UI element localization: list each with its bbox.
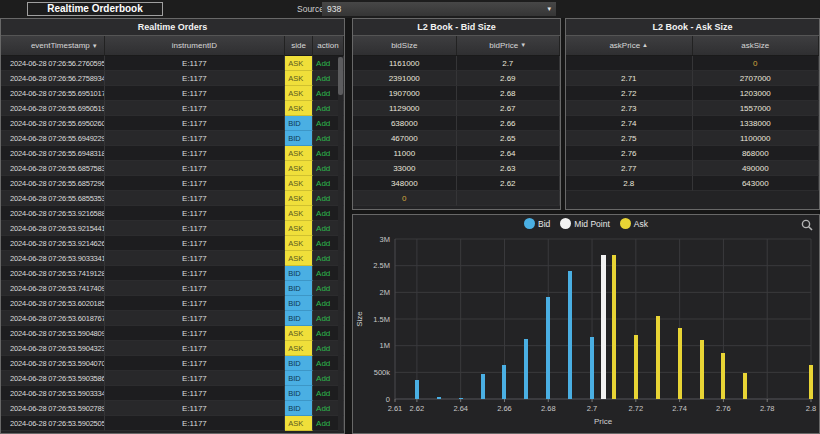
table-row[interactable]: 2.76868000 (566, 146, 819, 161)
column-header-side[interactable]: side (285, 36, 313, 56)
table-row[interactable]: 2024-06-28 07:26:53.921462647E:1177ASKAd… (1, 236, 344, 251)
table-row[interactable]: 2024-06-28 07:26:55.694831829E:1177ASKAd… (1, 146, 344, 161)
table-row[interactable]: 2024-06-28 07:26:53.601876758E:1177BIDAd… (1, 311, 344, 326)
event-timestamp-cell: 2024-06-28 07:26:53.741912851 (1, 266, 105, 281)
bid-bidPrice-cell: 2.62 (457, 176, 561, 191)
table-row[interactable]: 2024-06-28 07:26:55.694922929E:1177BIDAd… (1, 131, 344, 146)
table-row[interactable]: 2024-06-28 07:26:53.590407073E:1177BIDAd… (1, 356, 344, 371)
bid-bar (524, 339, 528, 399)
instrument-id-cell: E:1177 (105, 341, 285, 356)
table-row[interactable]: 2.731557000 (566, 101, 819, 116)
table-row[interactable]: 2024-06-28 07:26:55.685729621E:1177ASKAd… (1, 176, 344, 191)
column-header-bidPrice[interactable]: bidPrice▼ (457, 36, 561, 55)
table-row[interactable]: 2024-06-28 07:26:55.695051927E:1177ASKAd… (1, 101, 344, 116)
column-header-label: eventTimestamp (31, 36, 90, 56)
side-cell: BID (285, 311, 313, 326)
table-row[interactable]: 2024-06-28 07:26:53.602018557E:1177BIDAd… (1, 296, 344, 311)
bid-panel-title: L2 Book - Bid Size (353, 19, 560, 36)
bid-bidSize-cell: 638000 (353, 116, 457, 131)
table-row[interactable]: 6380002.66 (353, 116, 560, 131)
table-row[interactable]: 4670002.65 (353, 131, 560, 146)
ask-bar (809, 365, 813, 399)
bid-bidSize-cell: 11000 (353, 146, 457, 161)
table-row[interactable]: 2024-06-28 07:26:53.590250575E:1177ASKAd… (1, 416, 344, 431)
ask-bar (612, 255, 616, 399)
ask-askSize-cell: 868000 (693, 146, 820, 161)
table-row[interactable]: 19070002.68 (353, 86, 560, 101)
bid-bar (481, 374, 485, 399)
table-row[interactable]: 2024-06-28 07:26:53.741740953E:1177BIDAd… (1, 281, 344, 296)
bid-bidSize-cell: 348000 (353, 176, 457, 191)
table-row[interactable]: 2024-06-28 07:26:53.590333474E:1177BIDAd… (1, 386, 344, 401)
legend-dot (560, 218, 571, 229)
instrument-id-cell: E:1177 (105, 191, 285, 206)
column-header-label: askSize (741, 36, 769, 55)
bid-bidPrice-cell: 2.68 (457, 86, 561, 101)
table-row[interactable]: 2.751100000 (566, 131, 819, 146)
column-header-eventTimestamp[interactable]: eventTimestamp▼ (1, 36, 105, 56)
table-row[interactable]: 3480002.62 (353, 176, 560, 191)
table-row[interactable]: 2024-06-28 07:26:53.921544146E:1177ASKAd… (1, 221, 344, 236)
column-header-bidSize[interactable]: bidSize (353, 36, 457, 55)
bid-bar (415, 380, 419, 399)
side-cell: ASK (285, 71, 313, 86)
table-row[interactable]: 2024-06-28 07:26:53.903334129E:1177ASKAd… (1, 251, 344, 266)
legend-item-bid[interactable]: Bid (524, 218, 550, 229)
table-row[interactable]: 330002.63 (353, 161, 560, 176)
event-timestamp-cell: 2024-06-28 07:26:53.590358674 (1, 371, 105, 386)
ask-askSize-cell: 490000 (693, 161, 820, 176)
table-row[interactable]: 2024-06-28 07:26:55.685535323E:1177ASKAd… (1, 191, 344, 206)
instrument-id-cell: E:1177 (105, 296, 285, 311)
table-row[interactable]: 23910002.69 (353, 71, 560, 86)
table-row[interactable]: 2.712707000 (566, 71, 819, 86)
page-title: Realtime Orderbook (27, 2, 163, 16)
table-row[interactable]: 2024-06-28 07:26:53.590358674E:1177BIDAd… (1, 371, 344, 386)
instrument-id-cell: E:1177 (105, 401, 285, 416)
table-row[interactable]: 2.8643000 (566, 176, 819, 191)
ask-body: 02.7127070002.7212030002.7315570002.7413… (566, 56, 819, 191)
legend-label: Bid (538, 219, 550, 229)
source-dropdown[interactable]: 938 ▾ (322, 2, 556, 16)
bid-bar (546, 297, 550, 399)
legend-item-mid-point[interactable]: Mid Point (560, 218, 609, 229)
table-row[interactable]: 0 (566, 56, 819, 71)
column-header-askPrice[interactable]: askPrice▲ (566, 36, 693, 55)
table-row[interactable]: 2024-06-28 07:26:53.590432373E:1177ASKAd… (1, 341, 344, 356)
legend-item-ask[interactable]: Ask (620, 218, 648, 229)
column-header-askSize[interactable]: askSize (693, 36, 820, 55)
event-timestamp-cell: 2024-06-28 07:26:53.602018557 (1, 296, 105, 311)
table-row[interactable]: 2024-06-28 07:26:53.921658845E:1177ASKAd… (1, 206, 344, 221)
table-row[interactable]: 2024-06-28 07:26:56.275893491E:1177ASKAd… (1, 71, 344, 86)
column-header-instrumentID[interactable]: instrumentID (105, 36, 285, 56)
table-row[interactable]: 2024-06-28 07:26:55.685758321E:1177ASKAd… (1, 161, 344, 176)
table-row[interactable]: 2.721203000 (566, 86, 819, 101)
orders-panel-title: Realtime Orders (1, 19, 344, 36)
table-row[interactable]: 0 (353, 191, 560, 206)
instrument-id-cell: E:1177 (105, 266, 285, 281)
table-row[interactable]: 2024-06-28 07:26:53.741912851E:1177BIDAd… (1, 266, 344, 281)
column-header-label: action (317, 36, 338, 56)
x-tick-label: 2.7 (587, 404, 597, 413)
orders-scrollbar-thumb[interactable] (338, 57, 343, 95)
table-row[interactable]: 2024-06-28 07:26:53.590278975E:1177BIDAd… (1, 401, 344, 416)
table-row[interactable]: 11290002.67 (353, 101, 560, 116)
table-row[interactable]: 2024-06-28 07:26:55.695101727E:1177ASKAd… (1, 86, 344, 101)
magnifier-icon[interactable] (800, 218, 814, 232)
table-row[interactable]: 2.741338000 (566, 116, 819, 131)
table-row[interactable]: 2024-06-28 07:26:53.590480973E:1177ASKAd… (1, 326, 344, 341)
ask-bar (721, 353, 725, 399)
table-row[interactable]: 110002.64 (353, 146, 560, 161)
table-row[interactable]: 11610002.7 (353, 56, 560, 71)
x-tick-label: 2.76 (716, 404, 731, 413)
event-timestamp-cell: 2024-06-28 07:26:53.903334129 (1, 251, 105, 266)
orders-scrollbar[interactable] (338, 57, 343, 432)
table-row[interactable]: 2024-06-28 07:26:55.695026028E:1177BIDAd… (1, 116, 344, 131)
table-row[interactable]: 2024-06-28 07:26:56.276059590E:1177ASKAd… (1, 56, 344, 71)
table-row[interactable]: 2.77490000 (566, 161, 819, 176)
column-header-action[interactable]: action (313, 36, 344, 56)
top-bar: Realtime Orderbook Source 938 ▾ (0, 0, 820, 18)
bid-header-row: bidSizebidPrice▼ (353, 36, 560, 56)
x-tick-label: 2.68 (541, 404, 556, 413)
event-timestamp-cell: 2024-06-28 07:26:53.741740953 (1, 281, 105, 296)
bid-bar (590, 337, 594, 399)
